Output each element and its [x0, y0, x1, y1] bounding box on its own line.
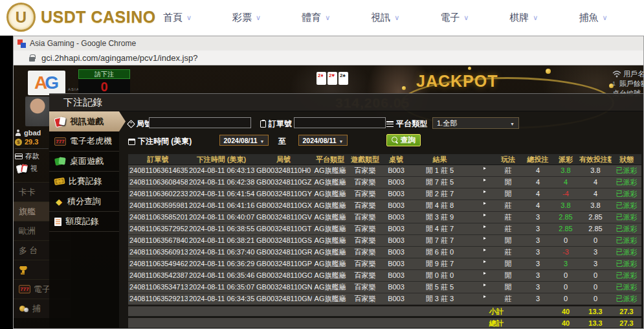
cell-order: 240811063560913	[128, 247, 188, 258]
nav-item-捕魚[interactable]: 捕魚	[579, 12, 607, 24]
lock-icon	[29, 54, 35, 62]
moneybag-icon	[15, 139, 22, 146]
video-games-item[interactable]: 視	[16, 164, 38, 174]
bet-records-table: 訂單號下注時間 (美東)局號平台類型遊戲類型桌號結果玩法總投注派彩有效投注額狀態…	[128, 154, 641, 328]
cell-result: 閒 7 莊 5	[410, 177, 469, 188]
sidebar-item-比賽記錄[interactable]: 比賽記錄	[49, 172, 119, 192]
site-nav: 首頁 彩票 體育 視訊 電子 棋牌 捕魚	[163, 0, 607, 36]
cell-play: 閒	[493, 282, 524, 293]
info-username-label: 用戶名稱	[623, 69, 643, 79]
browser-titlebar[interactable]: Asia Gaming - Google Chrome	[14, 36, 643, 51]
total-label: 總計	[469, 318, 524, 328]
cell-time: 2024-08-11 06:35:46	[188, 270, 255, 281]
icon-ticket	[54, 177, 65, 185]
table-row: 240811063534713 2024-08-11 06:35:07 GB00…	[128, 282, 641, 293]
cell-play: 莊	[493, 212, 524, 223]
bet-prompt: 請下注	[78, 69, 130, 79]
cell-game: 百家樂	[348, 177, 382, 188]
cell-platform: AG旗艦廳	[312, 258, 348, 269]
sidebar-item-積分查詢[interactable]: 積分查詢	[49, 192, 119, 212]
nav-item-電子[interactable]: 電子	[440, 12, 469, 24]
game-page: A G ASIA GAMING 請下注 0 2♦2♥2♠ JACKPOT 314…	[14, 65, 643, 328]
column-header: 下注時間 (美東)	[188, 154, 255, 164]
cell-time: 2024-08-11 06:38:55	[188, 223, 255, 234]
browser-urlbar[interactable]: gci.2hhapi.com/agingame/pcv1/index.jsp?	[14, 51, 643, 65]
nav-item-首頁[interactable]: 首頁	[163, 12, 192, 24]
cell-round: GB003248110GY	[255, 188, 312, 199]
cell-table: B003	[382, 282, 410, 293]
cell-payout: 2.85	[552, 212, 579, 223]
cell-round: GB003248110GZ	[255, 177, 312, 188]
cell-result: 閒 6 莊 0	[410, 247, 469, 258]
column-header: 遊戲類型	[348, 154, 382, 164]
cell-valid: 2.85	[579, 223, 612, 234]
table-row: 240811063529213 2024-08-11 06:34:35 GB00…	[128, 293, 641, 305]
chevron-down-icon	[463, 14, 469, 22]
cell-round: GB003248110H0	[255, 165, 312, 176]
chevron-down-icon	[186, 14, 192, 22]
cell-play: 閒	[493, 258, 524, 269]
sidebar-item-視訊遊戲[interactable]: 視訊遊戲	[49, 111, 126, 131]
coin-icon	[468, 67, 471, 70]
column-header: 訂單號	[128, 154, 188, 164]
cell-play: 莊	[493, 165, 524, 176]
sidebar-item-電子老虎機[interactable]: 電子老虎機	[49, 131, 119, 152]
cell-round: GB003248110GO	[255, 270, 312, 281]
deposit-button[interactable]: 存款	[15, 152, 39, 161]
cell-game: 百家樂	[348, 223, 382, 234]
cell-payout: -4	[552, 188, 579, 199]
cell-bet: 3	[524, 235, 552, 246]
search-button[interactable]: 查詢	[386, 134, 421, 146]
sidebar-item-額度記錄[interactable]: 額度記錄	[49, 212, 119, 232]
nav-item-label: 棋牌	[509, 12, 529, 24]
tag-icon	[127, 120, 135, 128]
table-row: 240811063567840 2024-08-11 06:38:21 GB00…	[128, 235, 641, 247]
order-input[interactable]	[294, 117, 386, 128]
date-to-select[interactable]: 2024/08/11	[298, 135, 348, 146]
user-avatar[interactable]	[25, 96, 50, 126]
site-logo[interactable]: U USDT CASINO	[6, 3, 156, 32]
cell-result: 閒 2 莊 7	[410, 188, 469, 199]
platform-select[interactable]: 1.全部	[432, 117, 519, 129]
column-header: 總投注	[524, 154, 552, 164]
browser-window: Asia Gaming - Google Chrome gci.2hhapi.c…	[13, 36, 644, 329]
chevron-down-icon	[325, 14, 330, 22]
total-row: 總計 40 13.3 27.3	[128, 318, 641, 328]
cell-round: GB003248110GR	[255, 247, 312, 258]
nav-item-彩票[interactable]: 彩票	[232, 12, 261, 24]
chevron-down-icon	[533, 14, 538, 22]
cell-order: 240811063572952	[128, 223, 188, 234]
clipboard-icon	[260, 120, 266, 128]
icon-fish	[19, 304, 29, 313]
cell-result: 閒 4 莊 7	[410, 223, 469, 234]
cell-round: GB003248110GP	[255, 258, 312, 269]
jackpot-label: JACKPOT	[416, 72, 498, 91]
nav-item-label: 視訊	[371, 12, 390, 24]
cell-status: 已派彩	[612, 282, 641, 293]
cell-payout: -3	[552, 247, 579, 258]
bet-timer-widget: 請下注 0	[78, 69, 130, 95]
cell-platform: AG旗艦廳	[312, 188, 348, 199]
nav-item-棋牌[interactable]: 棋牌	[509, 12, 538, 24]
cell-table: B003	[382, 212, 410, 223]
balance-row: 29.3	[15, 138, 38, 146]
round-input[interactable]	[149, 117, 251, 128]
total-payout: 13.3	[579, 318, 612, 328]
cell-bet: 4	[524, 177, 552, 188]
date-from-select[interactable]: 2024/08/11	[219, 135, 269, 146]
cell-platform: AG旗艦廳	[312, 212, 348, 223]
modal-content: 局號 訂單號 平台類型 1.全部	[119, 111, 643, 328]
nav-item-視訊[interactable]: 視訊	[371, 12, 399, 24]
cell-game: 百家樂	[348, 188, 382, 199]
cell-table: B003	[382, 247, 410, 258]
cell-round: GB003248110GN	[255, 282, 312, 293]
cell-play: 閒	[493, 270, 524, 281]
cell-bet: 4	[524, 200, 552, 211]
sidebar-item-桌面遊戲[interactable]: 桌面遊戲	[49, 152, 119, 172]
nav-item-體育[interactable]: 體育	[302, 12, 330, 24]
url-text: gci.2hhapi.com/agingame/pcv1/index.jsp?	[41, 53, 197, 63]
cell-valid: 0	[579, 293, 612, 304]
column-header	[469, 154, 493, 164]
nav-item-label: 彩票	[232, 12, 252, 24]
cell-round: GB003248110GM	[255, 293, 312, 304]
